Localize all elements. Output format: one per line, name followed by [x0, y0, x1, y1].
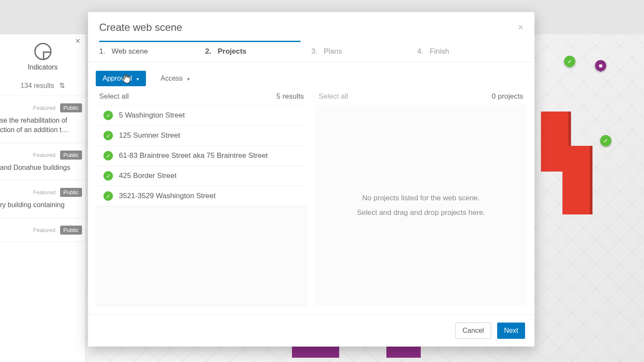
- select-all-link[interactable]: Select all: [99, 92, 129, 101]
- project-name: 61-83 Braintree Street aka 75 Braintree …: [119, 151, 268, 160]
- step-number: 4.: [417, 47, 423, 55]
- list-item[interactable]: ✓ 5 Washington Street: [96, 106, 307, 126]
- cancel-button[interactable]: Cancel: [455, 323, 491, 339]
- filter-row: Approved ▾ Access ▾: [96, 71, 527, 86]
- next-button[interactable]: Next: [497, 323, 525, 339]
- create-web-scene-modal: Create web scene × 1. Web scene 2. Proje…: [88, 12, 535, 347]
- check-circle-icon: ✓: [103, 131, 113, 140]
- empty-text-line2: Select and drag and drop projects here.: [357, 208, 485, 217]
- step-projects[interactable]: 2. Projects: [205, 41, 311, 62]
- projects-dropzone[interactable]: No projects listed for the web scene. Se…: [315, 105, 527, 306]
- available-projects-column: Select all 5 results ✓ 5 Washington Stre…: [96, 92, 307, 306]
- step-label: Finish: [430, 47, 449, 55]
- step-number: 3.: [311, 47, 317, 55]
- modal-footer: Cancel Next: [88, 314, 535, 347]
- project-name: 5 Washington Street: [119, 111, 185, 120]
- access-filter-button[interactable]: Access ▾: [154, 71, 197, 86]
- check-circle-icon: ✓: [103, 111, 113, 120]
- results-count: 5 results: [276, 92, 304, 101]
- selected-count: 0 projects: [492, 92, 523, 101]
- select-all-link[interactable]: Select all: [319, 92, 348, 101]
- step-finish[interactable]: 4. Finish: [417, 41, 523, 62]
- check-circle-icon: ✓: [103, 191, 113, 201]
- wizard-steps: 1. Web scene 2. Projects 3. Plans 4. Fin…: [88, 41, 535, 62]
- step-number: 2.: [205, 47, 211, 55]
- step-plans[interactable]: 3. Plans: [311, 41, 417, 62]
- step-number: 1.: [99, 47, 105, 55]
- modal-header: Create web scene ×: [88, 12, 535, 41]
- step-label: Projects: [218, 47, 246, 55]
- step-label: Plans: [324, 47, 342, 55]
- access-label: Access: [161, 75, 183, 82]
- approved-filter-button[interactable]: Approved ▾: [96, 71, 146, 86]
- selected-projects-column: Select all 0 projects No projects listed…: [315, 92, 527, 306]
- available-projects-list[interactable]: ✓ 5 Washington Street ✓ 125 Sumner Stree…: [96, 105, 307, 306]
- check-circle-icon: ✓: [103, 151, 113, 160]
- project-name: 125 Sumner Street: [119, 131, 180, 140]
- project-name: 3521-3529 Washington Street: [119, 192, 216, 200]
- list-item[interactable]: ✓ 425 Border Street: [96, 166, 307, 186]
- list-item[interactable]: ✓ 3521-3529 Washington Street: [96, 186, 307, 206]
- modal-body: Approved ▾ Access ▾ Select all 5 results: [88, 62, 535, 314]
- project-name: 425 Border Street: [119, 172, 176, 180]
- empty-text-line1: No projects listed for the web scene.: [362, 194, 480, 202]
- project-columns: Select all 5 results ✓ 5 Washington Stre…: [96, 92, 527, 306]
- check-circle-icon: ✓: [103, 171, 113, 181]
- close-icon[interactable]: ×: [518, 22, 523, 33]
- caret-down-icon: ▾: [137, 76, 139, 81]
- step-web-scene[interactable]: 1. Web scene: [99, 41, 205, 62]
- caret-down-icon: ▾: [187, 76, 190, 81]
- step-label: Web scene: [112, 47, 148, 55]
- approved-label: Approved: [103, 75, 132, 82]
- modal-title: Create web scene: [99, 21, 182, 33]
- list-item[interactable]: ✓ 61-83 Braintree Street aka 75 Braintre…: [96, 146, 307, 166]
- list-item[interactable]: ✓ 125 Sumner Street: [96, 126, 307, 146]
